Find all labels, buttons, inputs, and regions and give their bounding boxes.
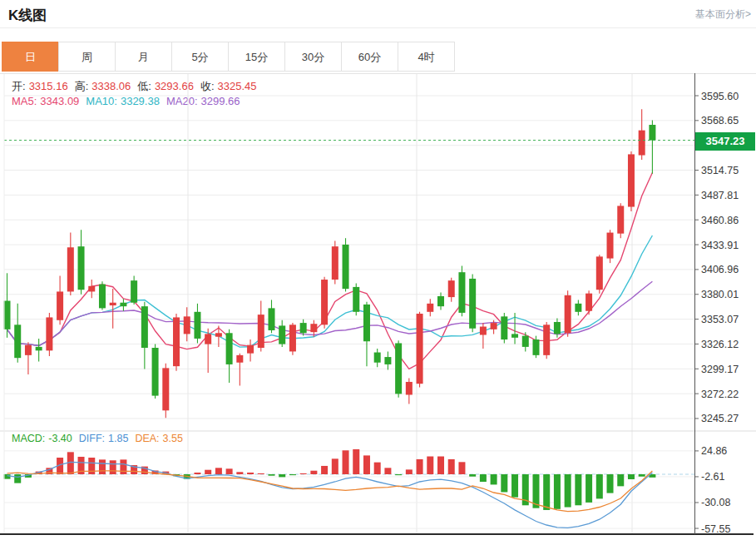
macd-bar	[110, 460, 116, 474]
price-tick-label: 3568.65	[701, 115, 739, 126]
tab-month[interactable]: 月	[115, 42, 172, 72]
macd-bar	[639, 474, 645, 477]
candle	[141, 302, 148, 369]
candle	[88, 280, 95, 298]
macd-bar	[215, 468, 222, 474]
candle	[205, 329, 211, 373]
macd-bar	[384, 468, 391, 474]
tab-4hour[interactable]: 4时	[398, 42, 455, 72]
macd-bar	[575, 474, 581, 505]
macd-bar	[226, 468, 233, 474]
candle	[120, 299, 126, 310]
candle	[353, 283, 359, 315]
macd-bar	[511, 474, 518, 498]
candle	[395, 340, 402, 398]
macd-bar	[617, 474, 624, 486]
macd-bar	[247, 473, 254, 474]
candle	[586, 290, 592, 315]
tab-15min[interactable]: 15分	[228, 42, 285, 72]
tab-week[interactable]: 周	[58, 42, 116, 72]
candle	[258, 301, 264, 352]
candle	[46, 313, 52, 356]
candle	[374, 349, 381, 367]
price-tick-label: 3595.60	[701, 91, 739, 102]
candle	[268, 300, 274, 333]
macd-tick-label: -57.55	[701, 523, 730, 535]
price-tick-label: 3353.07	[701, 314, 739, 325]
macd-bar	[353, 449, 359, 474]
price-tick-label: 3299.17	[701, 364, 739, 375]
price-tick-label: 3326.12	[701, 339, 739, 350]
candle	[289, 323, 296, 355]
macd-bar	[480, 474, 487, 482]
macd-tick-label: -30.08	[701, 497, 730, 508]
price-tick-label: 3460.86	[701, 215, 739, 226]
candle	[617, 203, 624, 238]
price-tick-label: 3406.96	[701, 264, 739, 275]
candle	[406, 379, 413, 404]
fundamental-analysis-link[interactable]: 基本面分析>	[695, 7, 751, 22]
macd-bar	[363, 455, 370, 474]
macd-bar	[586, 474, 592, 503]
candle	[565, 290, 571, 336]
price-tick-label: 3272.22	[701, 389, 739, 400]
candle	[417, 312, 423, 388]
macd-bar	[501, 474, 507, 492]
candle	[628, 151, 635, 211]
current-price-tag: 3547.23	[695, 132, 755, 151]
candle	[194, 304, 200, 344]
candle	[596, 255, 603, 294]
candle	[639, 109, 645, 160]
macd-bar	[491, 474, 497, 484]
candle	[321, 277, 328, 329]
macd-bar	[14, 474, 21, 483]
chart-canvas: 3595.603568.653541.703514.753487.813460.…	[0, 73, 756, 540]
macd-tick-label: 24.86	[701, 445, 727, 457]
price-tick-label: 3433.91	[701, 240, 739, 251]
candle	[4, 273, 11, 338]
macd-bar	[607, 474, 614, 493]
macd-bar	[120, 459, 126, 474]
candle	[152, 344, 159, 399]
candle	[363, 302, 370, 367]
macd-bar	[395, 474, 402, 475]
macd-bar	[469, 474, 476, 477]
candle	[236, 354, 243, 386]
candle	[67, 233, 74, 295]
macd-bar	[332, 458, 338, 474]
macd-bar	[554, 474, 561, 509]
macd-bar	[4, 474, 11, 479]
macd-bar	[458, 462, 465, 474]
interval-tabbar: 日周月5分15分30分60分4时	[2, 42, 455, 72]
price-tick-label: 3487.81	[701, 190, 739, 201]
macd-bar	[205, 470, 211, 474]
candle	[543, 322, 550, 359]
macd-bar	[374, 463, 381, 474]
candle	[501, 313, 507, 344]
candle	[131, 276, 137, 305]
candle	[184, 307, 190, 341]
macd-bar	[406, 469, 413, 474]
kline-app: K线图 基本面分析> 日周月5分15分30分60分4时 开:3315.16高:3…	[0, 0, 756, 540]
tab-60min[interactable]: 60分	[341, 42, 398, 72]
macd-bar	[310, 471, 317, 474]
candle	[99, 281, 106, 310]
macd-bar	[236, 472, 243, 474]
tab-30min[interactable]: 30分	[284, 42, 342, 72]
candle	[448, 278, 455, 302]
macd-tick-label: -2.61	[701, 471, 725, 483]
tab-5min[interactable]: 5分	[171, 42, 229, 72]
candle	[162, 364, 169, 418]
price-tick-label: 3245.27	[701, 413, 739, 424]
macd-bar	[343, 450, 349, 474]
candle	[437, 293, 444, 310]
tab-day[interactable]: 日	[2, 42, 59, 72]
macd-bar	[427, 457, 433, 474]
macd-bar	[321, 466, 328, 474]
macd-bar	[99, 459, 106, 474]
macd-bar	[417, 459, 423, 474]
macd-bar	[268, 474, 274, 476]
candle	[480, 323, 487, 349]
kline-chart[interactable]: 3595.603568.653541.703514.753487.813460.…	[0, 73, 756, 540]
macd-bar	[565, 474, 571, 508]
